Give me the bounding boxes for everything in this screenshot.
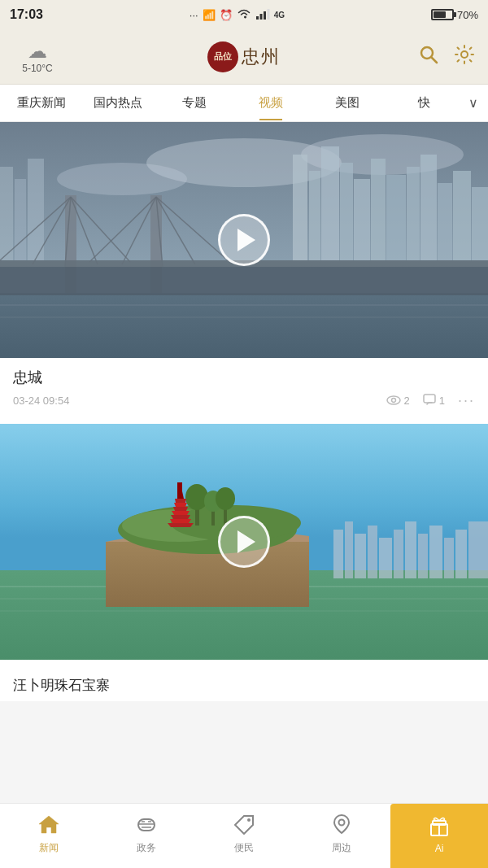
nav-label-government: 政务 xyxy=(137,841,156,855)
svg-rect-76 xyxy=(394,530,403,578)
svg-rect-73 xyxy=(355,534,366,578)
svg-marker-64 xyxy=(171,515,190,519)
svg-marker-68 xyxy=(175,499,186,503)
video-stats-1: 2 1 ··· xyxy=(386,392,475,409)
video-title-1: 忠城 xyxy=(13,368,475,387)
home-icon xyxy=(37,813,60,838)
bottom-nav: 新闻 政务 便民 周边 xyxy=(0,803,488,868)
weather-widget: ☁ 5-10°C xyxy=(13,40,62,74)
tab-chongqing-news[interactable]: 重庆新闻 xyxy=(3,85,80,120)
svg-rect-20 xyxy=(438,183,452,260)
comments-stat: 1 xyxy=(423,394,445,408)
svg-rect-21 xyxy=(453,171,471,260)
settings-button[interactable] xyxy=(454,44,475,70)
svg-rect-11 xyxy=(293,155,307,260)
svg-rect-77 xyxy=(405,521,416,578)
comment-icon xyxy=(423,394,436,408)
status-bar: 17:03 ··· 📶 ⏰ 4G 70% xyxy=(0,0,488,29)
svg-rect-45 xyxy=(424,395,435,403)
nav-more-button[interactable]: ∨ xyxy=(462,85,485,120)
svg-rect-25 xyxy=(28,159,44,260)
signal-icon xyxy=(255,8,270,22)
svg-rect-24 xyxy=(15,179,26,260)
video-info-1: 忠城 03-24 09:54 2 xyxy=(0,358,488,417)
play-button-2[interactable] xyxy=(218,516,270,568)
svg-point-9 xyxy=(57,163,187,195)
svg-marker-65 xyxy=(172,511,190,515)
tab-topics[interactable]: 专题 xyxy=(156,85,233,120)
svg-point-88 xyxy=(247,818,251,822)
location-icon xyxy=(330,813,353,838)
bluetooth-icon: 📶 xyxy=(203,9,216,21)
svg-line-5 xyxy=(432,57,438,63)
tag-icon xyxy=(233,813,255,838)
tab-photos[interactable]: 美图 xyxy=(309,85,386,120)
search-button[interactable] xyxy=(418,44,439,70)
svg-rect-22 xyxy=(472,187,488,260)
tab-national-hot[interactable]: 国内热点 xyxy=(80,85,156,120)
nav-label-news: 新闻 xyxy=(39,841,59,855)
header-actions xyxy=(426,44,475,70)
nav-item-government[interactable]: 政务 xyxy=(98,804,195,868)
svg-rect-82 xyxy=(468,521,488,578)
svg-rect-1 xyxy=(259,14,262,20)
dots-icon: ··· xyxy=(190,9,198,21)
video-card-partial-3: 汪卜明珠石宝寨 xyxy=(0,666,488,701)
svg-rect-83 xyxy=(138,819,155,831)
svg-marker-63 xyxy=(170,519,191,523)
video-thumbnail-2[interactable] xyxy=(0,424,488,660)
video-title-3: 汪卜明珠石宝寨 xyxy=(13,676,475,695)
svg-rect-15 xyxy=(354,179,370,260)
video-date-1: 03-24 09:54 xyxy=(13,395,69,407)
svg-point-56 xyxy=(185,484,208,510)
mask-icon xyxy=(135,813,158,838)
svg-point-6 xyxy=(461,51,468,58)
nav-item-ai[interactable]: Ai xyxy=(390,804,488,868)
video-card-2 xyxy=(0,424,488,660)
play-button-1[interactable] xyxy=(218,214,270,266)
svg-rect-16 xyxy=(371,159,386,260)
tab-quick[interactable]: 快 xyxy=(386,85,462,120)
battery-percent: 70% xyxy=(457,9,478,21)
nav-item-news[interactable]: 新闻 xyxy=(0,804,98,868)
svg-rect-13 xyxy=(321,146,339,260)
svg-rect-2 xyxy=(264,11,266,20)
svg-rect-12 xyxy=(309,171,320,260)
network-4g: 4G xyxy=(274,11,285,20)
comments-count: 1 xyxy=(439,395,445,407)
nav-label-ai: Ai xyxy=(435,843,444,854)
gift-icon xyxy=(428,815,451,840)
svg-marker-62 xyxy=(168,523,194,527)
svg-rect-0 xyxy=(256,16,259,20)
views-count: 2 xyxy=(404,395,410,407)
svg-rect-75 xyxy=(379,538,392,578)
svg-point-60 xyxy=(216,487,235,510)
svg-rect-17 xyxy=(386,175,406,260)
app-logo: 品位 忠州 xyxy=(207,41,281,72)
more-options-1[interactable]: ··· xyxy=(458,392,475,409)
nav-item-nearby[interactable]: 周边 xyxy=(293,804,390,868)
wifi-icon xyxy=(237,8,251,22)
svg-rect-74 xyxy=(368,526,377,578)
svg-marker-66 xyxy=(173,507,188,511)
video-card-1: 忠城 03-24 09:54 2 xyxy=(0,122,488,417)
status-right: 70% xyxy=(431,9,478,21)
svg-point-89 xyxy=(339,820,345,826)
weather-temp: 5-10°C xyxy=(22,63,52,74)
svg-rect-81 xyxy=(455,530,467,578)
tab-video[interactable]: 视频 xyxy=(233,85,309,120)
svg-marker-67 xyxy=(174,503,187,507)
video-thumbnail-1[interactable] xyxy=(0,122,488,358)
svg-rect-14 xyxy=(340,163,353,260)
svg-rect-39 xyxy=(0,293,488,358)
nav-item-convenience[interactable]: 便民 xyxy=(195,804,293,868)
logo-text: 忠州 xyxy=(242,45,281,69)
svg-rect-78 xyxy=(418,534,428,578)
alarm-icon: ⏰ xyxy=(220,9,233,21)
views-stat: 2 xyxy=(386,395,410,408)
eye-icon xyxy=(386,395,401,408)
logo-badge: 品位 xyxy=(207,41,238,72)
status-icons: ··· 📶 ⏰ 4G xyxy=(190,8,285,22)
nav-label-convenience: 便民 xyxy=(234,841,254,855)
svg-rect-3 xyxy=(267,9,269,20)
